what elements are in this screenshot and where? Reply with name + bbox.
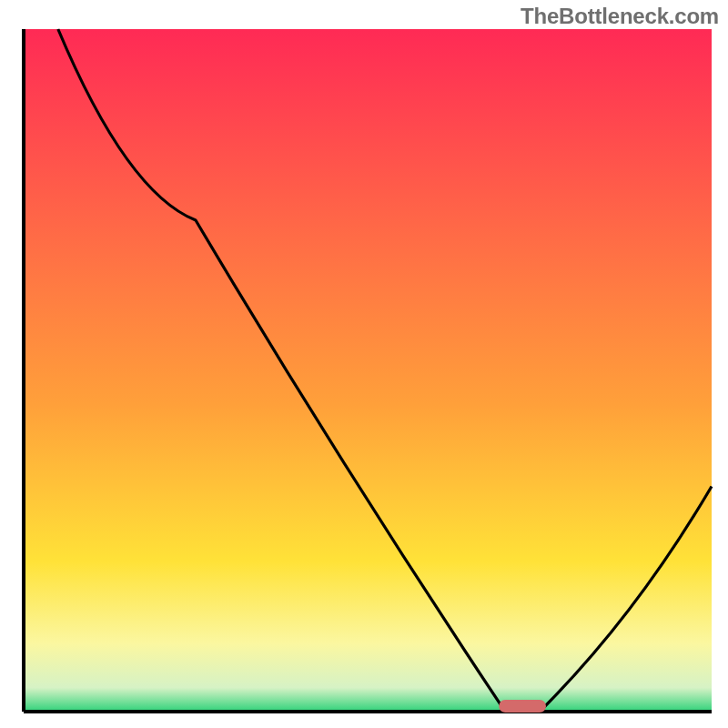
bottleneck-chart	[0, 0, 728, 728]
chart-background	[24, 29, 712, 712]
chart-container: TheBottleneck.com	[0, 0, 728, 728]
